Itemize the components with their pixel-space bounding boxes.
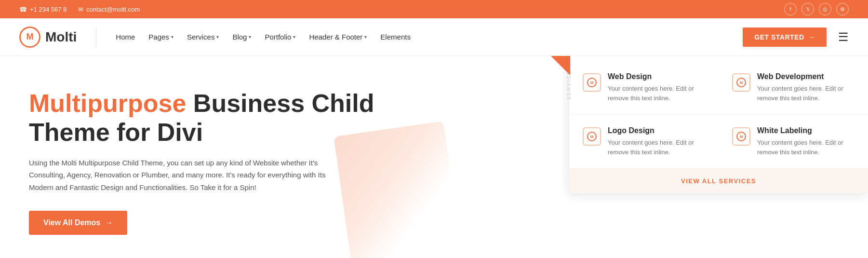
nav-pages[interactable]: Pages ▾	[148, 33, 174, 41]
view-all-services-button[interactable]: VIEW ALL SERVICES	[569, 169, 868, 193]
header-divider	[96, 27, 96, 47]
header-right: GET STARTED → ☰	[743, 27, 849, 47]
logo-design-icon: M	[587, 132, 597, 141]
web-design-title: Web Design	[608, 72, 705, 81]
email-icon: ✉	[78, 6, 83, 13]
services-chevron: ▾	[216, 34, 219, 40]
logo-design-title: Logo Design	[608, 126, 705, 135]
header: M Molti Home Pages ▾ Services ▾ Blog ▾ P…	[0, 18, 868, 56]
phone-contact[interactable]: ☎ +1 234 567 8	[19, 6, 67, 13]
service-item-white-labeling[interactable]: M White Labeling Your content goes here.…	[719, 115, 868, 169]
device-mockup	[334, 121, 461, 258]
top-bar-left: ☎ +1 234 567 8 ✉ contact@molti.com	[19, 6, 140, 13]
white-label-title: White Labeling	[757, 126, 855, 135]
logo-design-icon-wrap: M	[583, 127, 601, 146]
email-address: contact@molti.com	[86, 6, 140, 13]
get-started-button[interactable]: GET STARTED →	[743, 27, 827, 47]
web-design-desc: Your content goes here. Edit or remove t…	[608, 84, 705, 103]
top-bar: ☎ +1 234 567 8 ✉ contact@molti.com f 𝕏 ◎…	[0, 0, 868, 18]
view-demos-button[interactable]: View All Demos →	[29, 211, 127, 235]
main-content: Multipurpose Business Child Theme for Di…	[0, 56, 868, 258]
web-design-icon-wrap: M	[583, 73, 601, 92]
logo-design-info: Logo Design Your content goes here. Edit…	[608, 126, 705, 157]
logo-text: Molti	[45, 29, 77, 45]
hero-description: Using the Molti Multipurpose Child Theme…	[29, 157, 347, 194]
diagonal-accent	[551, 56, 570, 75]
logo-icon: M	[19, 27, 40, 48]
phone-number: +1 234 567 8	[30, 6, 67, 13]
twitter-icon[interactable]: 𝕏	[801, 3, 814, 15]
web-dev-icon-wrap: M	[732, 73, 750, 92]
social-icons-group: f 𝕏 ◎ ⚙	[784, 3, 849, 15]
instagram-icon[interactable]: ◎	[819, 3, 831, 15]
white-label-icon-wrap: M	[732, 127, 750, 146]
pages-chevron: ▾	[171, 34, 174, 40]
settings-icon[interactable]: ⚙	[836, 3, 849, 15]
blog-chevron: ▾	[249, 34, 251, 40]
web-design-icon: M	[587, 78, 597, 87]
nav-header-footer[interactable]: Header & Footer ▾	[309, 33, 367, 41]
logo-letter: M	[27, 32, 34, 42]
hamburger-menu[interactable]: ☰	[838, 30, 849, 44]
phone-icon: ☎	[19, 6, 27, 13]
white-label-icon: M	[736, 132, 746, 141]
web-dev-desc: Your content goes here. Edit or remove t…	[757, 84, 855, 103]
nav-blog[interactable]: Blog ▾	[232, 33, 251, 41]
web-dev-info: Web Development Your content goes here. …	[757, 72, 855, 103]
nav-home[interactable]: Home	[116, 33, 135, 41]
service-item-web-design[interactable]: M Web Design Your content goes here. Edi…	[569, 61, 719, 115]
services-grid: M Web Design Your content goes here. Edi…	[569, 61, 868, 169]
white-label-desc: Your content goes here. Edit or remove t…	[757, 138, 855, 157]
facebook-icon[interactable]: f	[784, 3, 797, 15]
hero-title-accent: Multipurpose	[29, 89, 186, 117]
web-design-info: Web Design Your content goes here. Edit …	[608, 72, 705, 103]
web-dev-icon: M	[736, 78, 746, 87]
nav-portfolio[interactable]: Portfolio ▾	[265, 33, 295, 41]
nav-elements[interactable]: Elements	[380, 33, 411, 41]
main-nav: Home Pages ▾ Services ▾ Blog ▾ Portfolio…	[116, 33, 728, 41]
email-contact[interactable]: ✉ contact@molti.com	[78, 6, 140, 13]
web-dev-title: Web Development	[757, 72, 855, 81]
portfolio-chevron: ▾	[293, 34, 295, 40]
logo-design-desc: Your content goes here. Edit or remove t…	[608, 138, 705, 157]
nav-services[interactable]: Services ▾	[187, 33, 219, 41]
header-footer-chevron: ▾	[364, 34, 367, 40]
services-dropdown-panel: Services M Web Design Your content goes …	[569, 56, 868, 193]
logo[interactable]: M Molti	[19, 27, 77, 48]
white-label-info: White Labeling Your content goes here. E…	[757, 126, 855, 157]
service-item-logo-design[interactable]: M Logo Design Your content goes here. Ed…	[569, 115, 719, 169]
service-item-web-development[interactable]: M Web Development Your content goes here…	[719, 61, 868, 115]
